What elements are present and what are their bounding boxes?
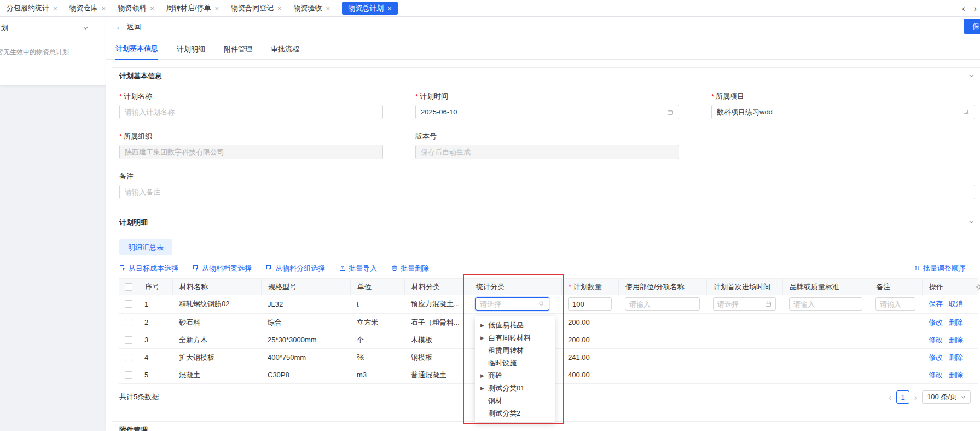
org-field: *所属组织 (119, 131, 383, 159)
window-tab-active[interactable]: 物资总计划× (342, 2, 398, 15)
usage-input[interactable] (629, 300, 695, 308)
row-checkbox[interactable] (125, 336, 132, 344)
page-number-button[interactable]: 1 (896, 390, 909, 404)
stat-category-select[interactable] (475, 297, 549, 311)
chevron-down-icon[interactable] (83, 25, 89, 31)
chevron-down-icon (961, 395, 966, 400)
cell-first-date (706, 331, 782, 348)
expand-caret-icon[interactable]: ▶ (480, 373, 488, 378)
window-tab[interactable]: 分包履约统计× (7, 3, 57, 13)
cell-brand (782, 366, 869, 383)
row-checkbox[interactable] (125, 371, 132, 379)
tree-option[interactable]: 测试分类2 (475, 407, 555, 419)
row-checkbox[interactable] (125, 354, 132, 361)
cell-usage (618, 314, 706, 331)
tab-scroll-left-button[interactable]: ‹ (962, 4, 965, 14)
window-tab-label: 物资仓库 (69, 3, 98, 13)
row-save-button[interactable]: 保存 (929, 299, 943, 309)
stat-category-search-input[interactable] (480, 300, 536, 308)
tab-attachments[interactable]: 附件管理 (224, 44, 252, 59)
plan-time-input[interactable] (421, 108, 664, 116)
expand-caret-icon[interactable]: ▶ (480, 323, 488, 328)
close-icon[interactable]: × (150, 5, 154, 12)
batch-import-button[interactable]: 批量导入 (339, 263, 377, 273)
close-icon[interactable]: × (277, 5, 282, 12)
cell-remark (869, 331, 922, 348)
column-header-qty: * 计划数量 (561, 279, 618, 295)
close-icon[interactable]: × (214, 5, 219, 12)
tree-option[interactable]: ▶低值易耗品 (475, 319, 555, 331)
select-from-target-cost-button[interactable]: 从目标成本选择 (119, 263, 178, 273)
prev-page-button[interactable]: ‹ (889, 393, 891, 402)
tree-option[interactable]: ▶测试分类01 (475, 382, 555, 394)
remark-input[interactable] (125, 188, 970, 196)
stat-category-dropdown: ▶低值易耗品 ▶自有周转材料 租赁周转材 临时设施 ▶商砼 ▶测试分类01 钢材… (475, 316, 555, 422)
row-edit-button[interactable]: 修改 (929, 370, 943, 380)
window-tab-label: 分包履约统计 (7, 3, 49, 13)
version-input (421, 148, 674, 156)
window-tab[interactable]: 物资验收× (294, 3, 330, 13)
close-icon[interactable]: × (102, 5, 106, 12)
row-cancel-button[interactable]: 取消 (949, 299, 963, 309)
batch-reorder-button[interactable]: 批量调整顺序 (914, 263, 966, 273)
row-edit-button[interactable]: 修改 (929, 335, 943, 345)
table-row-editing: 1 精轧螺纹钢筋02 JL32 t 预应力混凝土... (119, 295, 978, 314)
collapse-chevron-icon[interactable] (969, 219, 975, 225)
collapse-chevron-icon[interactable] (969, 73, 975, 79)
window-tab[interactable]: 物资仓库× (69, 3, 106, 13)
plan-name-field: *计划名称 (119, 91, 383, 119)
tab-basic-info[interactable]: 计划基本信息 (115, 44, 158, 60)
close-icon[interactable]: × (387, 5, 392, 12)
batch-delete-button[interactable]: 批量删除 (391, 263, 429, 273)
row-checkbox[interactable] (125, 300, 132, 308)
close-icon[interactable]: × (326, 5, 330, 12)
sidebar-title: 划 (1, 23, 8, 33)
next-page-button[interactable]: › (914, 393, 917, 402)
cell-spec: 综合 (261, 314, 350, 331)
tab-plan-detail[interactable]: 计划明细 (177, 44, 205, 59)
expand-caret-icon[interactable]: ▶ (480, 386, 488, 391)
tree-option[interactable]: 临时设施 (475, 357, 555, 369)
row-edit-button[interactable]: 修改 (929, 318, 943, 327)
page-size-select[interactable]: 100 条/页 (922, 390, 971, 404)
project-input[interactable] (717, 108, 960, 116)
select-from-material-group-button[interactable]: 从物料分组选择 (266, 263, 325, 273)
row-delete-button[interactable]: 删除 (949, 370, 963, 380)
select-from-material-archive-button[interactable]: 从物料档案选择 (193, 263, 252, 273)
row-remark-input[interactable] (880, 300, 911, 308)
row-checkbox[interactable] (125, 319, 132, 326)
expand-caret-icon[interactable]: ▶ (480, 335, 488, 341)
cell-brand (782, 314, 869, 331)
tree-option[interactable]: ▶自有周转材料 (475, 331, 555, 344)
column-header-first-date: 计划首次进场时间 (706, 279, 782, 295)
calendar-icon[interactable] (765, 301, 772, 307)
cell-usage (618, 331, 706, 348)
required-mark: * (569, 283, 571, 291)
plan-name-input[interactable] (125, 108, 378, 116)
brand-input[interactable] (793, 300, 858, 308)
tab-approval-flow[interactable]: 审批流程 (271, 44, 299, 59)
cell-first-date (706, 366, 782, 383)
tree-option[interactable]: 钢材 (475, 394, 555, 407)
close-icon[interactable]: × (53, 5, 57, 12)
row-edit-button[interactable]: 修改 (929, 353, 943, 363)
row-delete-button[interactable]: 删除 (949, 335, 963, 345)
window-tab[interactable]: 周转材启/停单× (166, 3, 219, 13)
org-input (125, 148, 378, 156)
tree-option[interactable]: 租赁周转材 (475, 344, 555, 357)
first-date-input[interactable] (717, 300, 763, 308)
row-delete-button[interactable]: 删除 (949, 318, 963, 327)
tab-scroll-right-button[interactable]: › (974, 4, 977, 14)
save-button[interactable]: 保存 (964, 19, 980, 34)
window-tab[interactable]: 物资领料× (118, 3, 154, 13)
calendar-icon[interactable] (667, 109, 674, 116)
window-tab[interactable]: 物资合同登记× (231, 3, 282, 13)
tab-summary-table[interactable]: 明细汇总表 (119, 239, 172, 255)
qty-input[interactable] (572, 300, 607, 308)
project-picker-icon[interactable] (963, 109, 970, 116)
column-settings-gear-icon[interactable] (975, 284, 980, 292)
back-button[interactable]: ← 返回 (115, 21, 141, 32)
select-all-checkbox[interactable] (125, 283, 132, 291)
tree-option[interactable]: ▶商砼 (475, 369, 555, 382)
row-delete-button[interactable]: 删除 (949, 353, 963, 363)
